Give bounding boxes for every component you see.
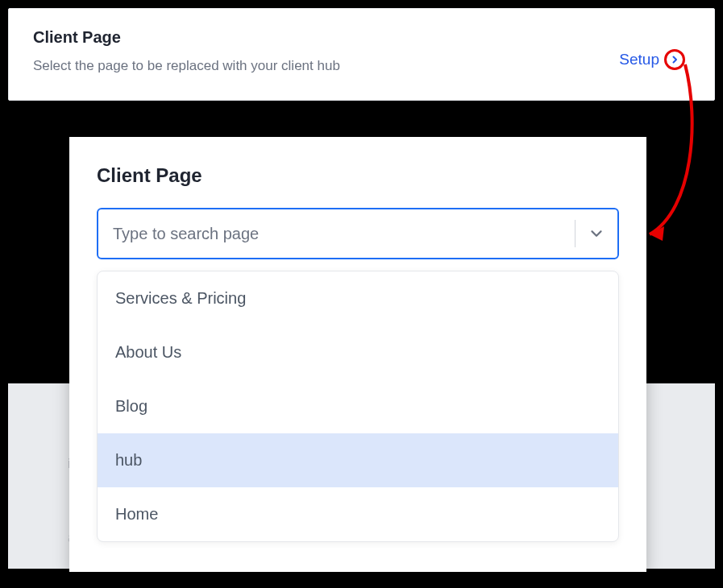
client-page-header: Client Page Select the page to be replac… [8, 8, 715, 101]
chevron-down-icon[interactable] [587, 224, 606, 243]
header-title: Client Page [33, 28, 340, 47]
dropdown-option[interactable]: About Us [98, 325, 618, 379]
dropdown-option[interactable]: Home [98, 487, 618, 541]
setup-link[interactable]: Setup [619, 49, 685, 70]
setup-link-label: Setup [619, 51, 659, 68]
page-select[interactable] [97, 208, 619, 259]
page-dropdown: Services & PricingAbout UsBloghubHome [97, 271, 619, 542]
modal-title: Client Page [97, 164, 619, 187]
header-subtitle: Select the page to be replaced with your… [33, 58, 340, 74]
select-divider [575, 220, 575, 247]
dropdown-option[interactable]: Blog [98, 379, 618, 433]
dropdown-option[interactable]: Services & Pricing [98, 271, 618, 325]
svg-marker-0 [650, 226, 664, 241]
dropdown-option[interactable]: hub [98, 433, 618, 487]
client-page-modal: Client Page Services & PricingAbout UsBl… [69, 137, 646, 572]
chevron-right-icon [664, 49, 685, 70]
page-search-input[interactable] [113, 209, 567, 258]
